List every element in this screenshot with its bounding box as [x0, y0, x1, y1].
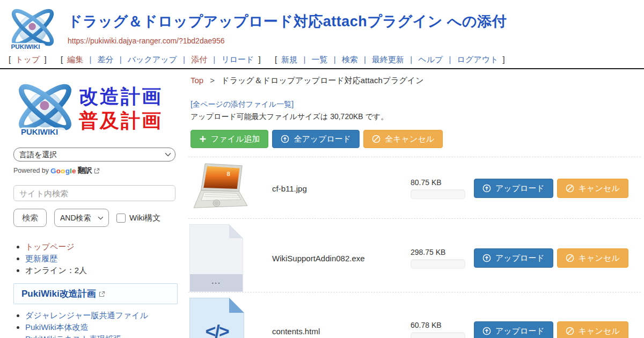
- code-file-icon: </>: [189, 298, 244, 338]
- list-item: ダジャレンジャー版共通ファイル: [25, 311, 178, 321]
- sidebar-banner-text: 改造計画 普及計画: [79, 84, 163, 133]
- wiki-syntax-checkbox[interactable]: [116, 214, 126, 223]
- cancel-all-label: 全キャンセル: [385, 134, 434, 144]
- file-size: 298.75 KB: [411, 248, 474, 256]
- cancel-button[interactable]: キャンセル: [557, 248, 628, 268]
- pipe: |: [449, 55, 451, 64]
- main-content: Top > ドラッグ＆ドロップアップロード対応attachプラグイン [全ページ…: [185, 69, 644, 338]
- translate-link[interactable]: 翻訳: [78, 166, 92, 175]
- page-url-link[interactable]: https://pukiwiki.dajya-ranger.com/?1bd2d…: [68, 36, 225, 45]
- search-mode-wrap: AND検索: [54, 209, 109, 227]
- nav-item-new[interactable]: 新規: [281, 55, 297, 64]
- pipe: |: [183, 55, 185, 64]
- nav-item-reload[interactable]: リロード: [221, 55, 254, 64]
- nav-item-logout[interactable]: ログアウト: [457, 55, 499, 64]
- all-attachments-link[interactable]: [全ページの添付ファイル一覧]: [191, 100, 294, 109]
- wiki-syntax-label: Wiki構文: [129, 213, 160, 223]
- page-header: PUKIWIKI ドラッグ＆ドロップアップロード対応attachプラグイン への…: [0, 0, 644, 53]
- bracket: ]: [503, 55, 505, 64]
- sidebar-link-common-files[interactable]: ダジャレンジャー版共通ファイル: [25, 311, 148, 320]
- file-row: 8 cf-b11.jpg 80.75 KB: [188, 157, 641, 218]
- add-file-button[interactable]: ファイル追加: [191, 130, 268, 148]
- upload-button[interactable]: アップロード: [474, 179, 553, 198]
- sidebar-link-core-mods[interactable]: PukiWiki本体改造: [25, 322, 89, 332]
- upload-button[interactable]: アップロード: [474, 321, 553, 338]
- upload-button-label: アップロード: [495, 326, 545, 336]
- ban-icon: [566, 184, 574, 193]
- nav-item-backup[interactable]: バックアップ: [128, 55, 177, 64]
- breadcrumb: Top > ドラッグ＆ドロップアップロード対応attachプラグイン: [188, 76, 641, 86]
- file-row: ... WikiSupportAddin082.exe 298.75 KB: [188, 218, 641, 292]
- upload-button-label: アップロード: [495, 253, 545, 263]
- breadcrumb-current: ドラッグ＆ドロップアップロード対応attachプラグイン: [221, 76, 423, 85]
- upload-circle-icon: [281, 135, 289, 143]
- cancel-button[interactable]: キャンセル: [557, 179, 628, 198]
- sidebar-link-text-ext[interactable]: PukiWikiテキスト表現拡張: [25, 334, 121, 338]
- svg-text:PUKIWIKI: PUKIWIKI: [11, 43, 40, 50]
- list-item: PukiWiki本体改造: [25, 322, 178, 333]
- nav-item-recent[interactable]: 最終更新: [372, 55, 404, 64]
- nav-item-attach[interactable]: 添付: [191, 55, 207, 64]
- bracket: ]: [259, 55, 261, 64]
- file-size: 60.78 KB: [411, 321, 474, 329]
- nav-item-help[interactable]: ヘルプ: [418, 55, 443, 64]
- pipe: |: [410, 55, 412, 64]
- cancel-button-label: キャンセル: [579, 326, 620, 336]
- nav-item-list[interactable]: 一覧: [312, 55, 328, 64]
- google-translate-attribution: Powered by Google 翻訳: [13, 166, 178, 175]
- pipe: |: [303, 55, 305, 64]
- search-controls-row: 検索 AND検索 Wiki構文: [13, 209, 178, 227]
- search-button[interactable]: 検索: [13, 209, 47, 227]
- sidebar-links-top: トップページ 更新履歴 オンライン：2人: [25, 241, 178, 276]
- search-mode-select[interactable]: AND検索: [54, 209, 109, 227]
- upload-all-label: 全アップロード: [294, 134, 351, 144]
- bracket: ]: [45, 55, 47, 64]
- sidebar-links-main: ダジャレンジャー版共通ファイル PukiWiki本体改造 PukiWikiテキス…: [25, 311, 178, 338]
- upload-circle-icon: [482, 184, 491, 193]
- file-name: cf-b11.jpg: [272, 184, 411, 193]
- language-select[interactable]: 言語を選択: [13, 148, 175, 161]
- breadcrumb-home-link[interactable]: Top: [191, 76, 203, 85]
- ban-icon: [566, 327, 574, 335]
- sidebar-banner[interactable]: PUKIWIKI 改造計画 普及計画: [13, 77, 178, 140]
- external-link-icon: [99, 291, 105, 297]
- sidebar: PUKIWIKI 改造計画 普及計画 言語を選択 Powered by Goo: [0, 69, 185, 338]
- cancel-all-button[interactable]: 全キャンセル: [363, 130, 443, 148]
- ban-icon: [566, 254, 574, 262]
- max-upload-size-text: アップロード可能最大ファイルサイズは 30,720KB です。: [191, 112, 641, 122]
- nav-item-diff[interactable]: 差分: [98, 55, 114, 64]
- section-heading-label: PukiWiki改造計画: [21, 288, 96, 300]
- upload-circle-icon: [482, 327, 491, 335]
- banner-line-kaizo: 改造計画: [79, 84, 163, 108]
- breadcrumb-separator: >: [210, 76, 215, 85]
- bracket: [: [275, 55, 277, 64]
- sidebar-section-heading[interactable]: PukiWiki改造計画: [13, 283, 178, 304]
- upload-progress-bar: [411, 259, 465, 269]
- list-item: PukiWikiテキスト表現拡張: [25, 334, 178, 338]
- pipe: |: [364, 55, 366, 64]
- cancel-button-label: キャンセル: [579, 183, 620, 194]
- language-select-wrap: 言語を選択: [13, 148, 178, 161]
- ban-icon: [372, 135, 380, 143]
- upload-toolbar: ファイル追加 全アップロード 全キャンセル: [191, 130, 641, 148]
- upload-button[interactable]: アップロード: [474, 248, 553, 268]
- upload-progress-bar: [411, 189, 465, 199]
- sidebar-link-toppage[interactable]: トップページ: [25, 242, 75, 251]
- cancel-button[interactable]: キャンセル: [557, 321, 628, 338]
- sidebar-link-history[interactable]: 更新履歴: [25, 254, 57, 263]
- bracket: [: [61, 55, 63, 64]
- plus-icon: [199, 135, 207, 143]
- upload-all-button[interactable]: 全アップロード: [272, 130, 360, 148]
- nav-item-search[interactable]: 検索: [342, 55, 358, 64]
- site-search-input[interactable]: [13, 185, 175, 201]
- file-row: </> contents.html 60.78 KB: [188, 292, 641, 338]
- pukiwiki-atom-logo-icon[interactable]: PUKIWIKI: [5, 4, 60, 53]
- laptop-photo-thumbnail: 8: [188, 163, 272, 214]
- generic-file-icon: ...: [189, 224, 243, 292]
- pukiwiki-attach-page: PUKIWIKI ドラッグ＆ドロップアップロード対応attachプラグイン への…: [0, 0, 644, 338]
- nav-item-top[interactable]: トップ: [15, 55, 40, 64]
- upload-button-label: アップロード: [495, 183, 545, 194]
- upload-file-list: 8 cf-b11.jpg 80.75 KB: [188, 157, 641, 338]
- top-navigation: [ トップ ] [ 編集 | 差分 | バックアップ | 添付 | リロード ]…: [0, 53, 644, 68]
- nav-item-edit[interactable]: 編集: [67, 55, 83, 64]
